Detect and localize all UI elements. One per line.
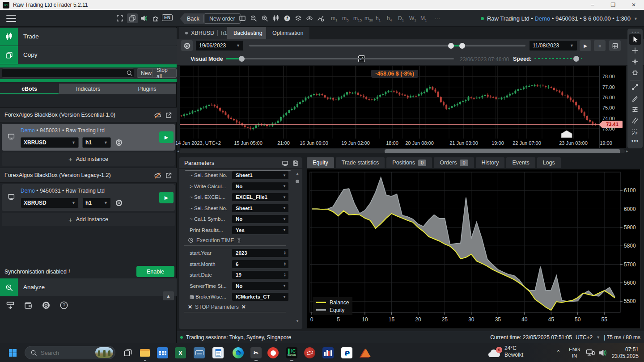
results-tab-equity[interactable]: Equity <box>307 157 334 168</box>
candles-icon[interactable] <box>271 14 281 23</box>
parameter-select[interactable]: EXCEL_File1▼ <box>232 193 289 202</box>
zoom-in-icon[interactable] <box>260 14 270 23</box>
parameter-select[interactable]: Yes▼ <box>232 226 289 235</box>
parameter-select[interactable]: No▼ <box>232 282 289 290</box>
parameter-stepper[interactable]: 19▲▼ <box>232 270 289 279</box>
sap-red-app-icon[interactable] <box>304 347 315 358</box>
add-instance-button[interactable]: + Add instance <box>2 213 175 226</box>
timeframe-m5[interactable]: m5 <box>342 15 348 22</box>
save-params-icon[interactable] <box>292 160 299 166</box>
paypal-icon[interactable]: P <box>341 347 352 358</box>
stop-all-button[interactable]: Stop all <box>153 68 177 78</box>
weather-widget[interactable]: 5 24°CBewölkt <box>487 345 523 358</box>
red-app-icon[interactable] <box>267 347 279 358</box>
symbol-select[interactable]: XBRUSD▼ <box>21 198 79 208</box>
add-instance-button[interactable]: + Add instance <box>2 152 175 166</box>
fib-tool[interactable] <box>629 104 641 115</box>
timeframe-D1[interactable]: D1 <box>398 15 404 22</box>
plugins-icon[interactable] <box>150 13 161 23</box>
volume-tray-icon[interactable] <box>598 349 607 357</box>
utc-offset[interactable]: UTC+2 <box>576 334 593 341</box>
progress-handle[interactable] <box>239 56 245 62</box>
snipping-tool-icon[interactable]: ✂ <box>250 347 262 358</box>
price-axis[interactable]: 73.41 78.0077.0076.0075.0074.0073.00 <box>599 66 626 148</box>
results-tab-logs[interactable]: Logs <box>537 157 561 168</box>
patternf-tool[interactable]: F <box>629 126 641 137</box>
info-icon[interactable]: i <box>68 268 70 275</box>
taskbar-search-input[interactable] <box>41 349 90 356</box>
sidebar-item-trade[interactable]: Trade <box>0 28 177 46</box>
excel-icon[interactable]: X <box>175 347 186 358</box>
new-order-button[interactable]: New order <box>203 13 241 24</box>
sound-icon[interactable] <box>139 13 149 23</box>
more-timeframes-button[interactable]: ... <box>435 14 441 21</box>
timeframe-m30[interactable]: m30 <box>364 15 373 22</box>
scroll-right-icon[interactable]: ▸ <box>626 149 628 153</box>
trendline-tool[interactable] <box>629 82 641 93</box>
toolbar-drag-handle[interactable]: ●●● <box>631 30 640 34</box>
cloud-sync-off-icon[interactable] <box>154 172 161 179</box>
start-cbot-button[interactable]: ▶ <box>159 131 174 143</box>
menu-hamburger-icon[interactable] <box>6 15 16 22</box>
task-view-icon[interactable] <box>122 347 133 358</box>
channel-tool[interactable] <box>629 115 641 126</box>
cbot-instance-card[interactable]: Demo • 9450031 • Raw Trading Ltd XBRUSD▼… <box>2 184 175 211</box>
equity-chart-panel[interactable]: 6100600059005800570056005500051015202530… <box>307 169 640 329</box>
cbots-search-input[interactable] <box>2 68 134 78</box>
results-tab-history[interactable]: History <box>476 157 505 168</box>
trading-bars-app-icon[interactable] <box>322 347 334 358</box>
crosshair-tool[interactable] <box>629 45 641 56</box>
network-tray-icon[interactable] <box>586 348 595 357</box>
share-icon[interactable] <box>165 172 172 179</box>
timeframe-h1[interactable]: h1 <box>376 15 381 22</box>
parameter-select[interactable]: Sheet1▼ <box>232 204 289 213</box>
taskbar-search-box[interactable] <box>25 346 115 359</box>
notepad-icon[interactable] <box>212 347 224 358</box>
wallet-icon[interactable] <box>23 301 33 310</box>
indicators-icon[interactable]: f <box>282 14 292 23</box>
backtest-settings-gear-button[interactable] <box>181 40 193 51</box>
help-icon[interactable]: ? <box>59 301 69 310</box>
language-indicator[interactable]: ENGIN <box>569 346 580 359</box>
tray-clock[interactable]: 07:5123.05.2025 <box>612 346 639 360</box>
sidebar-tab-indicators[interactable]: Indicators <box>59 84 118 94</box>
results-tab-trade-statistics[interactable]: Trade statistics <box>336 157 385 168</box>
timeframe-m1[interactable]: m1 <box>331 15 337 22</box>
start-cbot-button[interactable]: ▶ <box>159 192 174 203</box>
section-execution-time[interactable]: Execution TIME <box>188 237 292 244</box>
file-explorer-icon[interactable] <box>139 347 150 358</box>
play-backtest-button[interactable]: ▶ <box>580 40 591 51</box>
bot-header[interactable]: ForexAlgos BlackBox (Version Essential-1… <box>0 107 177 122</box>
parameter-select[interactable]: No▼ <box>232 182 289 191</box>
date-to-field[interactable]: 11/08/2023▼ <box>529 40 577 51</box>
timeframe-h4[interactable]: h4 <box>387 15 392 22</box>
snap-tool[interactable] <box>629 67 641 78</box>
parameter-select[interactable]: Sheet1▼ <box>232 171 289 180</box>
cloud-sync-off-icon[interactable] <box>154 112 161 119</box>
parameter-stepper[interactable]: 6▲▼ <box>232 260 289 269</box>
back-button[interactable]: Back <box>180 13 205 24</box>
start-button[interactable] <box>9 349 17 357</box>
instance-settings-gear-icon[interactable] <box>115 199 123 207</box>
ctrader-icmarkets-icon[interactable]: ▌ICMarkets <box>286 347 297 358</box>
calculator-icon[interactable] <box>157 347 168 358</box>
report-button[interactable] <box>609 40 621 51</box>
results-tab-positions[interactable]: Positions0 <box>386 157 432 168</box>
bot-header[interactable]: ForexAlgos BlackBox (Version Legacy-1.2) <box>0 168 177 183</box>
sidebar-item-analyze[interactable]: Analyze <box>0 278 177 296</box>
results-tab-orders[interactable]: Orders0 <box>434 157 474 168</box>
timeframe-select[interactable]: h1▼ <box>82 198 111 208</box>
share-icon[interactable] <box>165 112 172 119</box>
parameters-scrollbar[interactable]: ▲ ▼ <box>295 172 300 324</box>
range-handle-end[interactable] <box>459 43 465 49</box>
more-tools-button[interactable]: ••• <box>627 136 643 148</box>
zoom-out-icon[interactable] <box>249 14 258 23</box>
target-tool[interactable] <box>629 56 641 67</box>
visibility-icon[interactable] <box>305 14 314 23</box>
timeframe-W1[interactable]: W1 <box>409 15 416 22</box>
timeframe-select[interactable]: h1▼ <box>82 137 111 148</box>
parameter-select[interactable]: ICMarkets_CT▼ <box>232 292 289 301</box>
range-handle-start[interactable] <box>448 43 454 49</box>
edge-browser-icon[interactable] <box>233 347 244 358</box>
cbot-instance-card[interactable]: Demo • 9450031 • Raw Trading Ltd XBRUSD▼… <box>2 124 175 151</box>
